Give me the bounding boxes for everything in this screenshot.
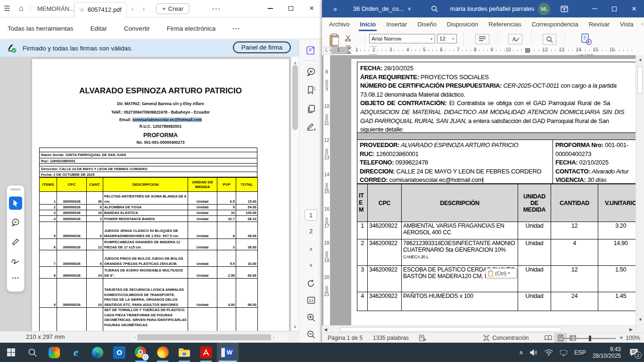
taskbar-explorer-icon[interactable] bbox=[173, 343, 195, 362]
taskbar-chrome-icon[interactable] bbox=[130, 343, 152, 362]
create-button[interactable]: + Crear bbox=[156, 3, 190, 14]
zoom-level[interactable]: 100% bbox=[626, 335, 640, 341]
tab-referencias[interactable]: Referencias bbox=[483, 17, 526, 31]
page-down-icon[interactable]: ∨ bbox=[299, 262, 322, 268]
menu-esign[interactable]: Firma electrónica bbox=[167, 25, 216, 32]
tab-diseno[interactable]: Diseño bbox=[412, 17, 441, 31]
menu-convert[interactable]: Convertir bbox=[124, 25, 150, 32]
document-area[interactable]: 89101112131415161718192021 FECHA: 28/10/… bbox=[322, 55, 636, 325]
menu-more-icon[interactable]: ··· bbox=[232, 25, 240, 32]
proofing-icon[interactable] bbox=[419, 335, 427, 341]
scroll-down-icon[interactable]: ∨ bbox=[291, 321, 299, 330]
scroll-thumb[interactable] bbox=[340, 327, 561, 332]
paste-button[interactable]: Pegar ▾ bbox=[327, 33, 342, 58]
tab-correspondencia[interactable]: Correspondencia bbox=[527, 17, 584, 31]
draw-tool-button[interactable] bbox=[9, 255, 22, 268]
word-vertical-scrollbar[interactable]: ▲ ▼ bbox=[636, 55, 644, 333]
pdf-page[interactable]: ALVARADO ESPINOZA ARTURO PATRICIO Dir. M… bbox=[32, 59, 289, 331]
horizontal-ruler[interactable]: 1123456789101213141516 bbox=[331, 47, 636, 54]
minimize-button[interactable] bbox=[585, 0, 604, 17]
tab-vista[interactable]: Vista bbox=[615, 17, 639, 31]
menu-edit[interactable]: Editar bbox=[91, 25, 107, 32]
font-size-combo[interactable]: 12∨ bbox=[437, 34, 457, 43]
zoom-in-button[interactable]: + bbox=[619, 334, 623, 341]
page-count[interactable]: Página 1 de 5 bbox=[328, 335, 363, 341]
word-page[interactable]: FECHA: 28/10/2025 ÁREA REQUIRENTE: PROYE… bbox=[351, 59, 636, 325]
menu-all-tools[interactable]: Todas las herramientas bbox=[8, 25, 74, 32]
menu-icon[interactable]: ☰ bbox=[0, 4, 14, 13]
tab-revisar[interactable]: Revisar bbox=[584, 17, 615, 31]
tab-archivo[interactable]: Archivo bbox=[324, 17, 355, 31]
zoom-in-icon[interactable] bbox=[299, 313, 322, 322]
taskbar-copilot-icon[interactable] bbox=[43, 343, 65, 362]
title-dropdown-icon[interactable]: ∨ bbox=[408, 6, 411, 11]
taskbar-internet-explorer-icon[interactable]: e bbox=[65, 343, 87, 362]
word-count[interactable]: 1335 palabras bbox=[373, 335, 409, 341]
fit-one-to-one-icon[interactable]: 1:1 bbox=[299, 296, 322, 305]
highlight-tool-button[interactable] bbox=[9, 235, 22, 248]
close-button[interactable]: × bbox=[301, 0, 322, 17]
pages-panel-icon[interactable] bbox=[299, 104, 322, 114]
tab-selector[interactable]: L bbox=[323, 47, 330, 54]
focus-icon[interactable] bbox=[483, 335, 489, 341]
signature-panel-button[interactable]: Panel de firma bbox=[233, 41, 291, 53]
hanging-indent-marker[interactable] bbox=[347, 51, 352, 54]
comments-panel-icon[interactable] bbox=[299, 67, 322, 77]
hidden-icons-chevron[interactable]: ∧ bbox=[519, 349, 523, 356]
taskbar-firefox-icon[interactable] bbox=[152, 343, 173, 362]
scroll-right-icon[interactable]: › bbox=[273, 335, 274, 340]
maximize-button[interactable] bbox=[281, 0, 301, 17]
clock[interactable]: 9:43 28/10/2025 bbox=[593, 346, 621, 359]
tab-inicio[interactable]: Inicio bbox=[355, 17, 381, 31]
word-horizontal-scrollbar[interactable]: ◀ ▶ bbox=[322, 325, 636, 333]
search-icon[interactable] bbox=[431, 5, 438, 12]
page-up-icon[interactable]: ∧ bbox=[299, 246, 322, 252]
font-name-combo[interactable]: Arial Narrow∨ bbox=[369, 34, 435, 43]
quick-access-overflow-icon[interactable]: » bbox=[333, 5, 337, 13]
tab-memorandum[interactable]: MEMORÁN... bbox=[33, 0, 74, 17]
scroll-thumb[interactable] bbox=[637, 66, 643, 94]
zoom-slider-thumb[interactable] bbox=[589, 336, 591, 341]
current-page-indicator[interactable]: 1 bbox=[305, 209, 317, 221]
crear-pdf-button[interactable]: Crear un PDF bbox=[570, 33, 603, 58]
bookmarks-panel-icon[interactable] bbox=[299, 85, 322, 95]
first-line-indent-marker[interactable] bbox=[347, 47, 352, 50]
taskbar-acrobat-icon[interactable] bbox=[195, 343, 217, 362]
maximize-button[interactable] bbox=[604, 0, 624, 17]
scroll-thumb[interactable] bbox=[292, 65, 298, 130]
volume-icon[interactable] bbox=[530, 349, 538, 356]
tab-forward-icon[interactable]: › bbox=[138, 5, 149, 13]
scroll-up-icon[interactable]: ▲ bbox=[638, 57, 643, 62]
zoom-out-icon[interactable] bbox=[299, 330, 322, 339]
user-name[interactable]: maria lourdes peñafiel parrales bbox=[450, 5, 534, 12]
document-title[interactable]: 36 Orden_de_co... bbox=[353, 5, 404, 12]
scroll-left-icon[interactable]: ‹ bbox=[134, 335, 135, 340]
read-mode-icon[interactable] bbox=[542, 333, 554, 343]
rotate-page-icon[interactable] bbox=[299, 279, 322, 288]
scroll-right-icon[interactable]: ▶ bbox=[629, 327, 633, 332]
comment-tool-button[interactable] bbox=[9, 216, 22, 229]
notification-center-icon[interactable]: 2 bbox=[629, 348, 638, 356]
scroll-thumb[interactable] bbox=[137, 334, 271, 340]
tab-back-icon[interactable]: ‹ bbox=[127, 5, 138, 13]
ai-assistant-icon[interactable] bbox=[299, 45, 322, 56]
more-tools-icon[interactable]: ··· bbox=[12, 274, 19, 282]
next-page-number[interactable]: 2 bbox=[299, 228, 322, 235]
drag-handle[interactable] bbox=[10, 189, 21, 190]
ribbon-display-options-icon[interactable] bbox=[561, 6, 568, 12]
vertical-ruler[interactable]: 89101112131415161718192021 bbox=[323, 55, 330, 325]
tab-disposicion[interactable]: Disposición bbox=[442, 17, 483, 31]
sign-panel-icon[interactable] bbox=[299, 123, 322, 132]
pdf-vertical-scrollbar[interactable]: ∧ ∨ bbox=[291, 57, 299, 331]
home-icon[interactable]: ⌂ bbox=[14, 4, 28, 13]
wifi-icon[interactable] bbox=[545, 349, 553, 356]
scroll-left-icon[interactable]: ◀ bbox=[324, 327, 327, 332]
focus-label[interactable]: Concentración bbox=[492, 335, 528, 341]
more-tabs-icon[interactable]: › bbox=[641, 21, 643, 26]
pdf-viewport[interactable]: ALVARADO ESPINOZA ARTURO PATRICIO Dir. M… bbox=[0, 57, 291, 331]
more-options-icon[interactable]: ··· bbox=[212, 5, 221, 12]
tab-6057412-pdf[interactable]: ☆ 6057412.pdf bbox=[74, 2, 127, 17]
select-tool-button[interactable] bbox=[9, 197, 22, 210]
minimize-button[interactable] bbox=[260, 0, 281, 17]
pdf-horizontal-scrollbar[interactable]: ‹ › bbox=[132, 334, 289, 341]
